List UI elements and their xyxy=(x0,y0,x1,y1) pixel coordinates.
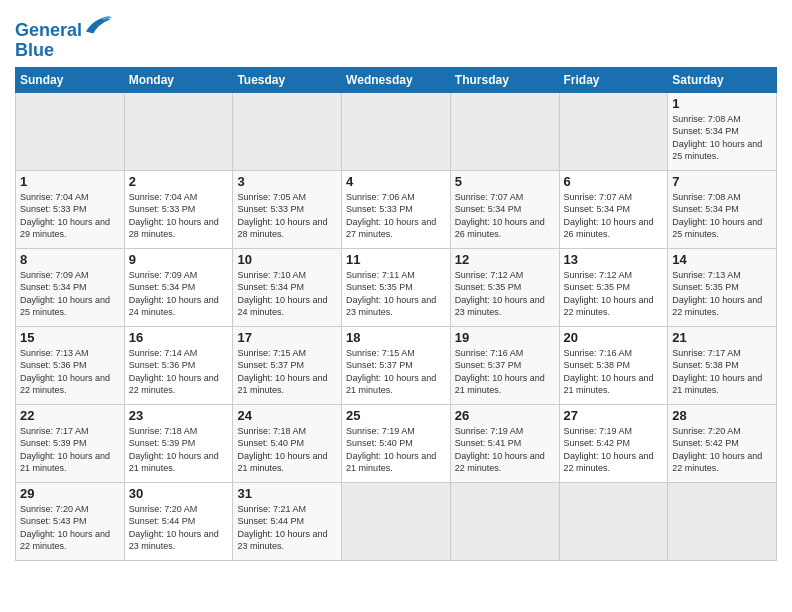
day-info: Sunrise: 7:07 AMSunset: 5:34 PMDaylight:… xyxy=(455,191,555,241)
day-info: Sunrise: 7:17 AMSunset: 5:38 PMDaylight:… xyxy=(672,347,772,397)
day-info: Sunrise: 7:08 AMSunset: 5:34 PMDaylight:… xyxy=(672,191,772,241)
calendar-cell: 25Sunrise: 7:19 AMSunset: 5:40 PMDayligh… xyxy=(342,404,451,482)
day-number: 18 xyxy=(346,330,446,345)
day-info: Sunrise: 7:18 AMSunset: 5:39 PMDaylight:… xyxy=(129,425,229,475)
day-number: 14 xyxy=(672,252,772,267)
day-number: 22 xyxy=(20,408,120,423)
day-info: Sunrise: 7:19 AMSunset: 5:41 PMDaylight:… xyxy=(455,425,555,475)
day-info: Sunrise: 7:15 AMSunset: 5:37 PMDaylight:… xyxy=(237,347,337,397)
day-number: 29 xyxy=(20,486,120,501)
col-header-tuesday: Tuesday xyxy=(233,67,342,92)
week-row-1: 1Sunrise: 7:04 AMSunset: 5:33 PMDaylight… xyxy=(16,170,777,248)
col-header-saturday: Saturday xyxy=(668,67,777,92)
calendar-cell: 10Sunrise: 7:10 AMSunset: 5:34 PMDayligh… xyxy=(233,248,342,326)
calendar-cell: 9Sunrise: 7:09 AMSunset: 5:34 PMDaylight… xyxy=(124,248,233,326)
col-header-thursday: Thursday xyxy=(450,67,559,92)
calendar-cell: 17Sunrise: 7:15 AMSunset: 5:37 PMDayligh… xyxy=(233,326,342,404)
day-info: Sunrise: 7:06 AMSunset: 5:33 PMDaylight:… xyxy=(346,191,446,241)
day-info: Sunrise: 7:17 AMSunset: 5:39 PMDaylight:… xyxy=(20,425,120,475)
day-info: Sunrise: 7:08 AMSunset: 5:34 PMDaylight:… xyxy=(672,113,772,163)
calendar-cell: 5Sunrise: 7:07 AMSunset: 5:34 PMDaylight… xyxy=(450,170,559,248)
calendar-cell: 4Sunrise: 7:06 AMSunset: 5:33 PMDaylight… xyxy=(342,170,451,248)
calendar-cell: 29Sunrise: 7:20 AMSunset: 5:43 PMDayligh… xyxy=(16,482,125,560)
day-number: 21 xyxy=(672,330,772,345)
calendar-cell xyxy=(559,482,668,560)
calendar-cell: 24Sunrise: 7:18 AMSunset: 5:40 PMDayligh… xyxy=(233,404,342,482)
day-info: Sunrise: 7:18 AMSunset: 5:40 PMDaylight:… xyxy=(237,425,337,475)
calendar-container: General Blue SundayMondayTuesdayWednesda… xyxy=(0,0,792,571)
col-header-wednesday: Wednesday xyxy=(342,67,451,92)
header: General Blue xyxy=(15,10,777,61)
logo-subtext: Blue xyxy=(15,41,112,61)
calendar-cell: 11Sunrise: 7:11 AMSunset: 5:35 PMDayligh… xyxy=(342,248,451,326)
day-info: Sunrise: 7:12 AMSunset: 5:35 PMDaylight:… xyxy=(564,269,664,319)
day-info: Sunrise: 7:20 AMSunset: 5:42 PMDaylight:… xyxy=(672,425,772,475)
day-info: Sunrise: 7:11 AMSunset: 5:35 PMDaylight:… xyxy=(346,269,446,319)
day-number: 7 xyxy=(672,174,772,189)
calendar-cell: 7Sunrise: 7:08 AMSunset: 5:34 PMDaylight… xyxy=(668,170,777,248)
calendar-cell: 8Sunrise: 7:09 AMSunset: 5:34 PMDaylight… xyxy=(16,248,125,326)
day-info: Sunrise: 7:13 AMSunset: 5:36 PMDaylight:… xyxy=(20,347,120,397)
day-info: Sunrise: 7:14 AMSunset: 5:36 PMDaylight:… xyxy=(129,347,229,397)
day-number: 23 xyxy=(129,408,229,423)
day-number: 30 xyxy=(129,486,229,501)
day-number: 16 xyxy=(129,330,229,345)
calendar-table: SundayMondayTuesdayWednesdayThursdayFrid… xyxy=(15,67,777,561)
calendar-cell: 21Sunrise: 7:17 AMSunset: 5:38 PMDayligh… xyxy=(668,326,777,404)
header-row: SundayMondayTuesdayWednesdayThursdayFrid… xyxy=(16,67,777,92)
day-info: Sunrise: 7:09 AMSunset: 5:34 PMDaylight:… xyxy=(129,269,229,319)
calendar-cell: 12Sunrise: 7:12 AMSunset: 5:35 PMDayligh… xyxy=(450,248,559,326)
week-row-4: 22Sunrise: 7:17 AMSunset: 5:39 PMDayligh… xyxy=(16,404,777,482)
day-number: 25 xyxy=(346,408,446,423)
day-number: 17 xyxy=(237,330,337,345)
col-header-friday: Friday xyxy=(559,67,668,92)
day-number: 4 xyxy=(346,174,446,189)
calendar-cell: 30Sunrise: 7:20 AMSunset: 5:44 PMDayligh… xyxy=(124,482,233,560)
day-number: 19 xyxy=(455,330,555,345)
day-number: 3 xyxy=(237,174,337,189)
day-number: 13 xyxy=(564,252,664,267)
calendar-cell: 28Sunrise: 7:20 AMSunset: 5:42 PMDayligh… xyxy=(668,404,777,482)
calendar-cell: 31Sunrise: 7:21 AMSunset: 5:44 PMDayligh… xyxy=(233,482,342,560)
day-info: Sunrise: 7:07 AMSunset: 5:34 PMDaylight:… xyxy=(564,191,664,241)
week-row-5: 29Sunrise: 7:20 AMSunset: 5:43 PMDayligh… xyxy=(16,482,777,560)
calendar-cell xyxy=(450,482,559,560)
col-header-monday: Monday xyxy=(124,67,233,92)
calendar-cell xyxy=(450,92,559,170)
calendar-cell: 22Sunrise: 7:17 AMSunset: 5:39 PMDayligh… xyxy=(16,404,125,482)
day-info: Sunrise: 7:19 AMSunset: 5:40 PMDaylight:… xyxy=(346,425,446,475)
calendar-cell: 20Sunrise: 7:16 AMSunset: 5:38 PMDayligh… xyxy=(559,326,668,404)
day-number: 1 xyxy=(20,174,120,189)
calendar-cell: 1Sunrise: 7:08 AMSunset: 5:34 PMDaylight… xyxy=(668,92,777,170)
day-number: 15 xyxy=(20,330,120,345)
day-number: 1 xyxy=(672,96,772,111)
calendar-cell xyxy=(342,92,451,170)
day-number: 26 xyxy=(455,408,555,423)
day-info: Sunrise: 7:09 AMSunset: 5:34 PMDaylight:… xyxy=(20,269,120,319)
logo-text: General xyxy=(15,14,112,41)
calendar-cell: 18Sunrise: 7:15 AMSunset: 5:37 PMDayligh… xyxy=(342,326,451,404)
day-number: 6 xyxy=(564,174,664,189)
calendar-cell: 1Sunrise: 7:04 AMSunset: 5:33 PMDaylight… xyxy=(16,170,125,248)
day-info: Sunrise: 7:04 AMSunset: 5:33 PMDaylight:… xyxy=(129,191,229,241)
day-number: 5 xyxy=(455,174,555,189)
calendar-cell: 6Sunrise: 7:07 AMSunset: 5:34 PMDaylight… xyxy=(559,170,668,248)
calendar-cell xyxy=(559,92,668,170)
calendar-cell xyxy=(342,482,451,560)
day-number: 28 xyxy=(672,408,772,423)
day-number: 10 xyxy=(237,252,337,267)
week-row-3: 15Sunrise: 7:13 AMSunset: 5:36 PMDayligh… xyxy=(16,326,777,404)
logo: General Blue xyxy=(15,14,112,61)
day-info: Sunrise: 7:04 AMSunset: 5:33 PMDaylight:… xyxy=(20,191,120,241)
calendar-cell xyxy=(124,92,233,170)
day-info: Sunrise: 7:20 AMSunset: 5:44 PMDaylight:… xyxy=(129,503,229,553)
calendar-cell xyxy=(16,92,125,170)
day-info: Sunrise: 7:16 AMSunset: 5:38 PMDaylight:… xyxy=(564,347,664,397)
calendar-cell: 15Sunrise: 7:13 AMSunset: 5:36 PMDayligh… xyxy=(16,326,125,404)
calendar-cell: 13Sunrise: 7:12 AMSunset: 5:35 PMDayligh… xyxy=(559,248,668,326)
calendar-cell: 2Sunrise: 7:04 AMSunset: 5:33 PMDaylight… xyxy=(124,170,233,248)
day-number: 24 xyxy=(237,408,337,423)
day-number: 2 xyxy=(129,174,229,189)
day-number: 20 xyxy=(564,330,664,345)
calendar-cell: 26Sunrise: 7:19 AMSunset: 5:41 PMDayligh… xyxy=(450,404,559,482)
